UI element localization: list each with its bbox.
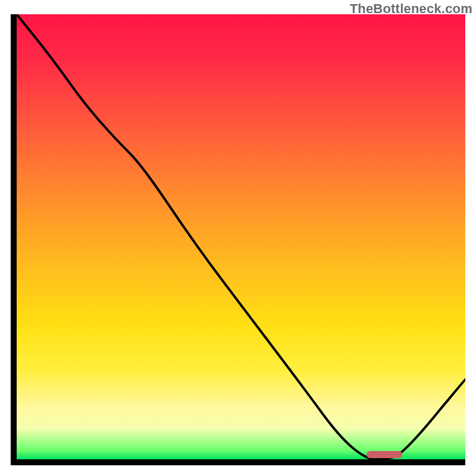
- chart-container: TheBottleneck.com: [0, 0, 476, 476]
- plot-area: [11, 14, 465, 465]
- gradient-background: [17, 14, 465, 459]
- optimal-range-marker: [367, 451, 402, 458]
